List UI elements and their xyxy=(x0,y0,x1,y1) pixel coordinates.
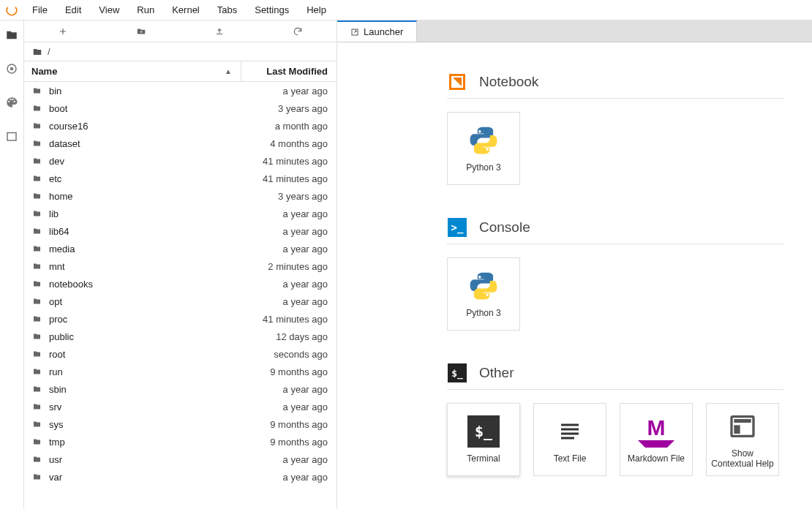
file-modified: a year ago xyxy=(283,226,328,237)
tab-launcher[interactable]: Launcher xyxy=(337,20,417,42)
launcher-card-python[interactable]: Python 3 xyxy=(447,112,520,185)
file-modified: a year ago xyxy=(283,472,328,483)
list-item[interactable]: public12 days ago xyxy=(24,328,337,345)
section-title: Notebook xyxy=(479,74,538,90)
file-modified: 12 days ago xyxy=(276,331,328,342)
file-list: bina year agoboot3 years agocourse16a mo… xyxy=(24,82,337,509)
file-name: run xyxy=(45,366,270,377)
list-item[interactable]: vara year ago xyxy=(24,468,337,486)
upload-button[interactable] xyxy=(181,26,259,37)
breadcrumb[interactable]: / xyxy=(24,42,337,61)
list-item[interactable]: opta year ago xyxy=(24,293,337,310)
folder-icon xyxy=(31,437,45,446)
file-name: notebooks xyxy=(45,279,283,290)
jupyter-logo xyxy=(0,4,23,17)
list-item[interactable]: boot3 years ago xyxy=(24,99,337,117)
folder-icon xyxy=(31,332,45,341)
file-list-header: Name ▲ Last Modified xyxy=(24,61,337,82)
folder-icon xyxy=(31,157,45,165)
list-item[interactable]: dataset4 months ago xyxy=(24,135,337,152)
file-browser: / Name ▲ Last Modified bina year agoboot… xyxy=(24,20,337,509)
list-item[interactable]: sbina year ago xyxy=(24,380,337,398)
list-item[interactable]: rootseconds ago xyxy=(24,345,337,363)
file-name: var xyxy=(45,472,283,483)
launcher-section-notebook: NotebookPython 3 xyxy=(447,72,812,185)
card-label: Show Contextual Help xyxy=(707,448,778,469)
list-item[interactable]: mnt2 minutes ago xyxy=(24,257,337,275)
menu-tabs[interactable]: Tabs xyxy=(208,0,246,20)
list-item[interactable]: lib64a year ago xyxy=(24,222,337,240)
launcher-card-python[interactable]: Python 3 xyxy=(447,257,520,331)
card-label: Python 3 xyxy=(463,308,503,318)
list-item[interactable]: usra year ago xyxy=(24,450,337,468)
folder-icon xyxy=(31,420,45,429)
breadcrumb-path: / xyxy=(48,46,50,57)
folder-icon xyxy=(31,121,45,130)
list-item[interactable]: notebooksa year ago xyxy=(24,275,337,293)
card-label: Python 3 xyxy=(463,162,503,173)
menu-help[interactable]: Help xyxy=(298,0,335,20)
folder-icon[interactable] xyxy=(4,28,19,42)
folder-icon xyxy=(31,262,45,271)
running-icon[interactable] xyxy=(4,61,19,76)
menu-view[interactable]: View xyxy=(90,0,128,20)
tab-strip: Launcher xyxy=(337,20,812,42)
folder-icon xyxy=(31,297,45,306)
svg-rect-8 xyxy=(734,425,740,434)
list-item[interactable]: run9 months ago xyxy=(24,363,337,380)
list-item[interactable]: dev41 minutes ago xyxy=(24,152,337,170)
launcher-card-terminal[interactable]: $_Terminal xyxy=(447,403,520,476)
section-title: Console xyxy=(479,219,530,235)
folder-icon xyxy=(31,455,45,464)
list-item[interactable]: tmp9 months ago xyxy=(24,433,337,450)
file-name: dev xyxy=(45,156,263,167)
menu-run[interactable]: Run xyxy=(128,0,163,20)
launcher-card-markdown[interactable]: MMarkdown File xyxy=(620,403,693,476)
file-modified: 4 months ago xyxy=(270,138,328,149)
folder-icon xyxy=(31,192,45,200)
folder-icon xyxy=(31,86,45,95)
file-browser-toolbar xyxy=(24,20,337,42)
file-name: lib xyxy=(45,208,283,219)
list-item[interactable]: home3 years ago xyxy=(24,187,337,205)
list-item[interactable]: mediaa year ago xyxy=(24,240,337,257)
list-item[interactable]: bina year ago xyxy=(24,82,337,99)
console-section-icon: >_ xyxy=(447,217,467,238)
section-header: Notebook xyxy=(447,72,783,99)
section-title: Other xyxy=(479,365,514,381)
new-folder-button[interactable] xyxy=(102,26,181,37)
launcher-card-help[interactable]: Show Contextual Help xyxy=(706,403,779,476)
file-modified: a year ago xyxy=(283,244,328,254)
folder-icon xyxy=(31,279,45,288)
palette-icon[interactable] xyxy=(4,95,19,110)
list-item[interactable]: liba year ago xyxy=(24,205,337,222)
file-name: mnt xyxy=(45,261,268,272)
list-item[interactable]: etc41 minutes ago xyxy=(24,170,337,187)
list-item[interactable]: course16a month ago xyxy=(24,117,337,135)
menu-kernel[interactable]: Kernel xyxy=(163,0,208,20)
launcher-card-text[interactable]: Text File xyxy=(533,403,606,476)
file-modified: seconds ago xyxy=(274,349,328,360)
file-name: tmp xyxy=(45,437,270,448)
tabs-icon[interactable] xyxy=(4,129,19,143)
file-name: lib64 xyxy=(45,226,283,237)
file-modified: 3 years ago xyxy=(278,191,328,202)
refresh-button[interactable] xyxy=(258,26,337,37)
menu-file[interactable]: File xyxy=(23,0,56,20)
card-label: Terminal xyxy=(464,453,503,464)
file-name: opt xyxy=(45,296,283,307)
menu-edit[interactable]: Edit xyxy=(56,0,90,20)
svg-point-0 xyxy=(5,4,18,17)
card-label: Text File xyxy=(551,453,590,464)
launch-icon xyxy=(350,28,359,37)
file-name: etc xyxy=(45,173,263,184)
list-item[interactable]: proc41 minutes ago xyxy=(24,310,337,328)
column-header-modified[interactable]: Last Modified xyxy=(241,66,337,77)
list-item[interactable]: sys9 months ago xyxy=(24,415,337,433)
new-launcher-button[interactable] xyxy=(24,26,102,37)
list-item[interactable]: srva year ago xyxy=(24,398,337,415)
menu-settings[interactable]: Settings xyxy=(246,0,298,20)
file-modified: 41 minutes ago xyxy=(263,173,328,184)
column-header-name[interactable]: Name ▲ xyxy=(24,61,241,81)
file-name: usr xyxy=(45,454,283,465)
